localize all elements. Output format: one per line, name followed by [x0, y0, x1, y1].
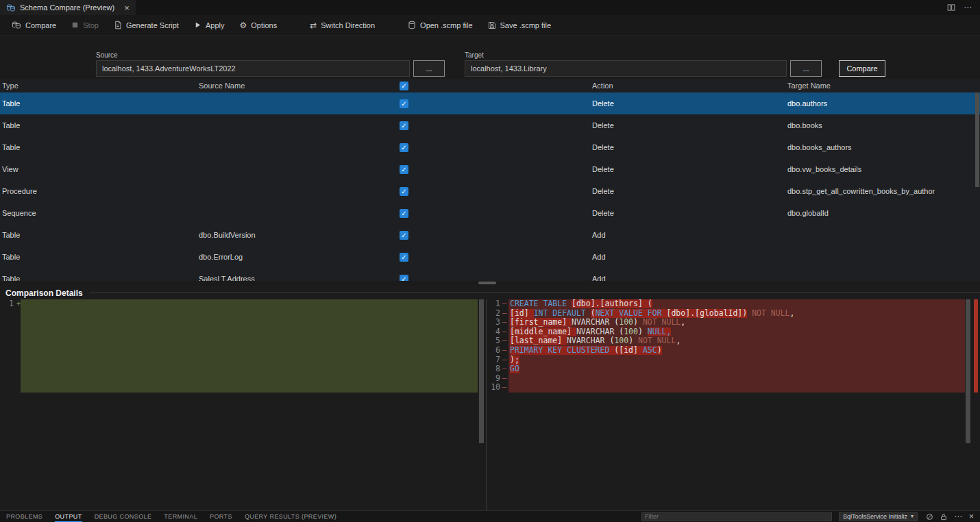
- bottom-panel-bar: PROBLEMSOUTPUTDEBUG CONSOLETERMINALPORTS…: [0, 510, 980, 522]
- output-channel-select[interactable]: SqlToolsService Initializ ▾: [839, 512, 918, 521]
- row-action: Delete: [590, 165, 785, 173]
- row-include-cell: ✓: [394, 231, 590, 240]
- output-filter-input[interactable]: [641, 512, 832, 521]
- removed-indicator-icon: –: [500, 383, 509, 393]
- row-source-name: SalesLT.Address: [197, 275, 394, 281]
- comparison-details-section: Comparison Details 1 + 1–CREATE TABLE [d…: [0, 286, 980, 510]
- table-row[interactable]: Table✓Deletedbo.books_authors: [0, 136, 980, 158]
- grid-scrollbar[interactable]: [975, 92, 979, 187]
- panel-splitter[interactable]: [0, 281, 980, 286]
- row-target-name: dbo.authors: [785, 99, 980, 108]
- include-checkbox[interactable]: ✓: [400, 99, 408, 108]
- row-include-cell: ✓: [394, 99, 590, 108]
- table-row[interactable]: Tabledbo.BuildVersion✓Add: [0, 224, 980, 246]
- lock-icon[interactable]: [940, 513, 947, 521]
- diff-line: 9–: [487, 374, 980, 384]
- table-row[interactable]: Tabledbo.ErrorLog✓Add: [0, 246, 980, 268]
- row-action: Delete: [590, 209, 785, 217]
- clear-output-icon[interactable]: [926, 513, 933, 521]
- removed-indicator-icon: –: [500, 327, 509, 337]
- close-icon[interactable]: ×: [969, 512, 974, 521]
- overview-ruler: [972, 299, 980, 510]
- include-checkbox[interactable]: ✓: [400, 209, 408, 218]
- chevron-down-icon: ▾: [911, 514, 914, 519]
- editor-tab-bar: Schema Compare (Preview) × ⋯: [0, 0, 980, 15]
- table-row[interactable]: Table✓Deletedbo.authors: [0, 92, 980, 114]
- include-checkbox[interactable]: ✓: [400, 231, 408, 240]
- toolbar-stop-button: Stop: [64, 17, 106, 34]
- target-input[interactable]: [465, 60, 787, 77]
- tab-close-icon[interactable]: ×: [124, 3, 130, 12]
- row-type: Table: [0, 143, 197, 151]
- panel-actions: SqlToolsService Initializ ▾ ⋯×: [641, 512, 974, 521]
- source-input[interactable]: [96, 60, 410, 77]
- row-type: Procedure: [0, 187, 197, 195]
- panel-tab-terminal[interactable]: TERMINAL: [164, 511, 197, 522]
- removed-indicator-icon: –: [500, 346, 509, 356]
- include-checkbox[interactable]: ✓: [400, 143, 408, 152]
- diff-source-pane[interactable]: 1 +: [0, 299, 487, 510]
- table-row[interactable]: TableSalesLT.Address✓Add: [0, 268, 980, 281]
- panel-tab-query-results-preview[interactable]: QUERY RESULTS (PREVIEW): [245, 511, 336, 522]
- toolbar: CompareStopGenerate ScriptApply⚙Options⇄…: [0, 15, 980, 36]
- row-type: Table: [0, 253, 197, 261]
- target-browse-button[interactable]: ...: [790, 60, 822, 77]
- include-checkbox[interactable]: ✓: [400, 275, 408, 282]
- toolbar-switch-direction-button[interactable]: ⇄Switch Direction: [302, 17, 382, 34]
- panel-tab-debug-console[interactable]: DEBUG CONSOLE: [95, 511, 152, 522]
- row-action: Add: [590, 275, 785, 281]
- compare-button[interactable]: Compare: [839, 60, 885, 77]
- removed-indicator-icon: –: [500, 356, 509, 365]
- row-type: View: [0, 165, 197, 173]
- grid-header: Type Source Name ✓ Action Target Name: [0, 79, 980, 92]
- gear-icon: ⚙: [239, 21, 247, 29]
- row-type: Table: [0, 231, 197, 239]
- row-include-cell: ✓: [394, 253, 590, 262]
- diff-right-lines: 1–CREATE TABLE [dbo].[authors] (2–[id] I…: [487, 299, 980, 393]
- schema-compare-icon: [6, 3, 16, 12]
- toolbar-compare-button[interactable]: Compare: [4, 17, 64, 34]
- row-include-cell: ✓: [394, 275, 590, 282]
- toolbar-label: Open .scmp file: [420, 21, 472, 29]
- include-checkbox[interactable]: ✓: [400, 187, 408, 196]
- split-editor-icon[interactable]: [947, 3, 955, 12]
- diff-line: 5–[last_name] NVARCHAR (100) NOT NULL,: [487, 336, 980, 346]
- table-row[interactable]: View✓Deletedbo.vw_books_details: [0, 158, 980, 180]
- panel-tab-output[interactable]: OUTPUT: [55, 511, 82, 522]
- source-label: Source: [96, 51, 118, 59]
- panel-tab-problems[interactable]: PROBLEMS: [6, 511, 42, 522]
- row-type: Table: [0, 121, 197, 129]
- source-browse-button[interactable]: ...: [413, 60, 445, 77]
- toolbar-save-scmp-file-button[interactable]: Save .scmp file: [480, 17, 559, 34]
- include-checkbox[interactable]: ✓: [400, 121, 408, 130]
- column-header-include: ✓: [394, 82, 590, 90]
- row-type: Table: [0, 275, 197, 281]
- row-target-name: dbo.globalId: [785, 209, 980, 217]
- toolbar-open-scmp-file-button[interactable]: Open .scmp file: [400, 17, 480, 34]
- stop-icon: [71, 21, 79, 29]
- diff-line: 3–[first_name] NVARCHAR (100) NOT NULL,: [487, 318, 980, 327]
- header-divider: [90, 293, 980, 293]
- include-checkbox[interactable]: ✓: [400, 253, 408, 262]
- comparison-details-header: Comparison Details: [0, 286, 980, 299]
- more-icon[interactable]: ⋯: [964, 3, 972, 12]
- more-icon[interactable]: ⋯: [954, 512, 962, 521]
- panel-tab-ports[interactable]: PORTS: [210, 511, 232, 522]
- toolbar-generate-script-button[interactable]: Generate Script: [106, 17, 186, 34]
- comparison-details-title: Comparison Details: [5, 288, 83, 298]
- table-row[interactable]: Table✓Deletedbo.books: [0, 114, 980, 136]
- row-action: Delete: [590, 143, 785, 151]
- diff-target-pane[interactable]: 1–CREATE TABLE [dbo].[authors] (2–[id] I…: [487, 299, 980, 510]
- diff-line: 8–GO: [487, 364, 980, 374]
- removed-indicator-icon: –: [500, 364, 509, 374]
- row-source-name: dbo.ErrorLog: [197, 253, 394, 261]
- table-row[interactable]: Sequence✓Deletedbo.globalId: [0, 202, 980, 224]
- left-editor-scrollbar[interactable]: [479, 299, 484, 443]
- table-row[interactable]: Procedure✓Deletedbo.stp_get_all_cowritte…: [0, 180, 980, 202]
- toolbar-apply-button[interactable]: Apply: [186, 17, 232, 34]
- select-all-checkbox[interactable]: ✓: [400, 82, 408, 90]
- right-editor-scrollbar[interactable]: [966, 299, 970, 443]
- editor-tab-schema-compare[interactable]: Schema Compare (Preview) ×: [0, 0, 136, 15]
- include-checkbox[interactable]: ✓: [400, 165, 408, 174]
- toolbar-options-button[interactable]: ⚙Options: [232, 17, 284, 34]
